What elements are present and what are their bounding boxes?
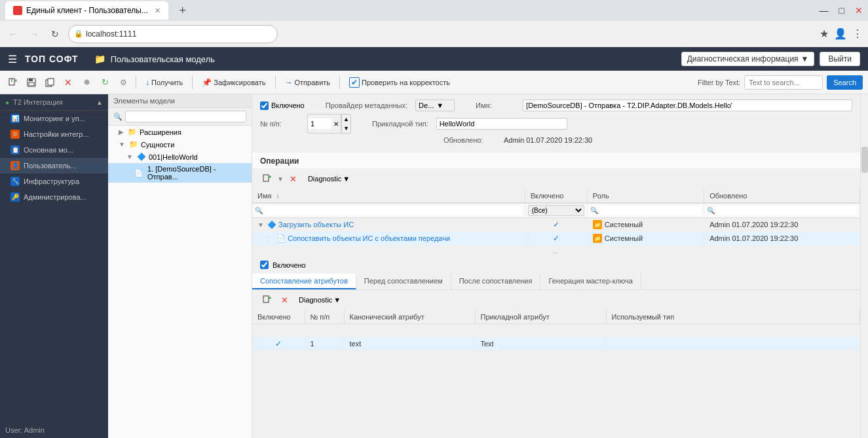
panels-row: Элементы модели 🔍 ▶ 📁 Расширения ▼ � <box>108 94 868 438</box>
new-button[interactable] <box>5 75 21 90</box>
sidebar-collapse-icon[interactable]: ▲ <box>96 99 103 106</box>
user-label: User: Admin <box>5 426 45 434</box>
sidebar-item-label-1: Мониторинг и уп... <box>24 115 85 122</box>
num-up-button[interactable]: ▲ <box>341 115 350 124</box>
table-row[interactable]: ⋮ 📄 Сопоставить объекты ИС с объектами п… <box>252 232 860 246</box>
infra-icon: 🔧 <box>10 177 20 186</box>
bottom-new-button[interactable] <box>260 293 274 307</box>
get-icon: ↓ <box>145 78 149 87</box>
section-title: Пользовательская модель <box>111 54 215 64</box>
browser-tab[interactable]: Единый клиент - Пользователы... ✕ <box>5 1 168 20</box>
copy-button[interactable] <box>42 75 58 90</box>
ops-diagnostic-label: Diagnostic <box>308 175 341 183</box>
new-tab-button[interactable]: + <box>174 1 192 20</box>
svg-rect-9 <box>263 175 269 181</box>
sort-icon[interactable]: ↕ <box>276 192 280 200</box>
table-row[interactable]: ✓ 1 text Text <box>252 337 860 351</box>
num-input[interactable] <box>308 119 331 129</box>
form-row-1: Включено Провайдер метаданных: De... ▼ И… <box>260 100 852 111</box>
col-role: Роль <box>587 189 704 203</box>
tree-search-input[interactable] <box>125 111 246 122</box>
menu-icon[interactable]: ⋮ <box>852 27 863 40</box>
tab-before-mapping[interactable]: Перед сопоставлением <box>356 274 451 289</box>
ops-name-cell-2: ⋮ 📄 Сопоставить объекты ИС с объектами п… <box>252 232 525 246</box>
exit-button[interactable]: Выйти <box>820 52 860 66</box>
included-checkbox[interactable] <box>260 101 269 110</box>
ops-new-arrow[interactable]: ▼ <box>277 175 284 183</box>
sidebar-item-settings[interactable]: ⚙ Настройки интегр... <box>0 126 108 142</box>
tree-item-hello-world[interactable]: ▼ 🔷 001|HelloWorld <box>108 151 252 163</box>
search-button[interactable]: Search <box>827 75 863 90</box>
ops-dropdown-arrow-icon: ▼ <box>343 175 350 183</box>
bottom-diagnostic-dropdown[interactable]: Diagnostic ▼ <box>294 294 345 306</box>
included-checkbox-label[interactable]: Включено <box>260 101 305 110</box>
diagnostic-dropdown[interactable]: Диагностическая информация ▼ <box>681 52 815 66</box>
verify-action[interactable]: ✔ Проверить на корректость <box>345 75 455 90</box>
extensions-icon: 📁 <box>128 128 137 136</box>
tab-attr-mapping[interactable]: Сопоставление атрибутов <box>252 274 356 289</box>
minimize-icon[interactable]: — <box>820 5 829 16</box>
col-bt-included: Включено <box>252 310 305 324</box>
ellipsis-cell: ... <box>252 246 860 257</box>
filter-name-input[interactable] <box>264 206 522 215</box>
settings-button[interactable]: ⚙ <box>115 75 131 90</box>
tree-item-entities[interactable]: ▼ 📁 Сущности <box>108 138 252 151</box>
filter-updated-input[interactable] <box>716 206 857 215</box>
expand-icon-entities[interactable]: ▼ <box>119 141 125 148</box>
close-tab-icon[interactable]: ✕ <box>155 7 160 15</box>
forward-button[interactable]: → <box>26 26 42 42</box>
sidebar-item-user-model[interactable]: 👤 Пользователь... <box>0 158 108 173</box>
send-action[interactable]: → Отправить <box>280 76 335 89</box>
name-input[interactable] <box>523 100 852 111</box>
ops-name-cell: ▼ 🔷 Загрузить объекты ИС <box>252 218 525 232</box>
tab-after-mapping[interactable]: После сопоставления <box>451 274 541 289</box>
fix-action[interactable]: 📌 Зафиксировать <box>197 76 270 89</box>
provider-dropdown[interactable]: De... ▼ <box>415 100 455 111</box>
close-icon[interactable]: ✕ <box>855 5 863 16</box>
bt-check-1: ✓ <box>275 339 282 348</box>
save-button[interactable] <box>24 75 39 90</box>
bottom-included-checkbox[interactable] <box>260 261 269 269</box>
star-icon[interactable]: ★ <box>820 27 829 40</box>
profile-icon[interactable]: 👤 <box>834 27 847 40</box>
reload-button[interactable]: ↻ <box>47 26 63 42</box>
maximize-icon[interactable]: □ <box>839 5 844 16</box>
tree-item-extensions[interactable]: ▶ 📁 Расширения <box>108 126 252 138</box>
table-row[interactable] <box>252 351 860 364</box>
bt-included-1: ✓ <box>252 337 305 351</box>
ops-delete-button[interactable]: ✕ <box>286 172 301 186</box>
hamburger-icon[interactable]: ☰ <box>8 53 17 65</box>
filter-input[interactable] <box>744 75 823 90</box>
bottom-delete-button[interactable]: ✕ <box>277 293 292 307</box>
num-down-button[interactable]: ▼ <box>341 124 350 133</box>
row-expand-icon[interactable]: ▼ <box>257 221 264 228</box>
table-row[interactable]: ▼ 🔷 Загрузить объекты ИС ✓ <box>252 218 860 232</box>
delete-button[interactable]: ✕ <box>60 75 76 90</box>
refresh-button[interactable]: ↻ <box>97 75 113 90</box>
tree-item-demo-source[interactable]: 📄 1. [DemoSourceDB] - Отправ... <box>108 163 252 183</box>
sidebar-item-admin[interactable]: 🔑 Администрирова... <box>0 189 108 205</box>
num-label: № п/п: <box>260 120 299 128</box>
get-action[interactable]: ↓ Получить <box>141 76 187 89</box>
expand-icon-hw[interactable]: ▼ <box>126 153 133 160</box>
num-input-group[interactable]: ✕ ▲ ▼ <box>307 114 351 134</box>
filter-included-select[interactable]: (Все) <box>528 205 584 216</box>
cancel-button[interactable]: ⊗ <box>79 75 94 90</box>
sidebar-item-main-model[interactable]: 📋 Основная мо... <box>0 142 108 158</box>
ops-diagnostic-dropdown[interactable]: Diagnostic ▼ <box>303 173 354 185</box>
bottom-section: Включено Сопоставление атрибутов Перед с… <box>252 257 860 364</box>
address-input[interactable]: 🔒 localhost:1111 <box>68 25 278 43</box>
sidebar-item-monitoring[interactable]: 📊 Мониторинг и уп... <box>0 111 108 126</box>
table-row[interactable] <box>252 324 860 337</box>
filter-role-input[interactable] <box>599 206 701 215</box>
scrollbar[interactable] <box>860 94 868 438</box>
sidebar-item-infra[interactable]: 🔧 Инфраструктура <box>0 173 108 189</box>
expand-icon[interactable]: ▶ <box>119 128 124 136</box>
back-button[interactable]: ← <box>5 26 21 42</box>
clear-num-icon[interactable]: ✕ <box>331 120 341 128</box>
ops-updated-cell-2: Admin 01.07.2020 19:22:30 <box>704 232 860 246</box>
tab-master-key[interactable]: Генерация мастер-ключа <box>540 274 641 289</box>
send-label: Отправить <box>295 79 331 86</box>
applied-type-input[interactable] <box>436 118 567 130</box>
ops-new-button[interactable] <box>260 172 274 186</box>
